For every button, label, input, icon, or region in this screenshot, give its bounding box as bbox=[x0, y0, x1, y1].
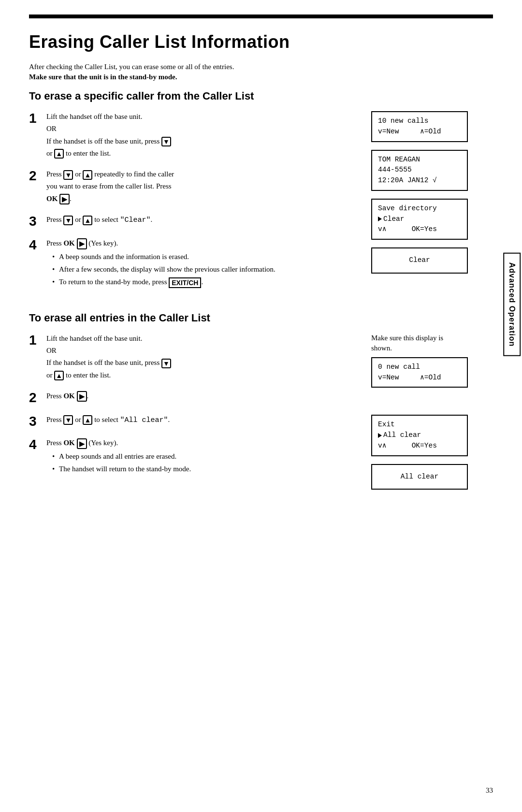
step-2-4: 4 Press OK ▶ (Yes key). A beep sounds an… bbox=[29, 437, 362, 476]
top-bar bbox=[29, 14, 493, 18]
section2-title: To erase all entries in the Caller List bbox=[29, 312, 493, 324]
step-number: 4 bbox=[29, 238, 46, 253]
step-number: 3 bbox=[29, 214, 46, 229]
ok-btn: ▶ bbox=[59, 194, 70, 204]
step-number: 1 bbox=[29, 333, 46, 348]
step-number: 1 bbox=[29, 111, 46, 126]
up-btn: ▲ bbox=[54, 371, 64, 380]
step-text: Press ▼ or ▲ repeatedly to find the call… bbox=[46, 169, 362, 205]
section2-steps: 1 Lift the handset off the base unit. OR… bbox=[29, 333, 362, 498]
step-2-2: 2 Press OK ▶. bbox=[29, 391, 362, 406]
step-text: Lift the handset off the base unit. OR I… bbox=[46, 333, 362, 382]
display-3: Save directory Clear v∧ OK=Yes bbox=[371, 199, 468, 240]
ok-btn: ▶ bbox=[77, 391, 87, 402]
display-5: 0 new call v=New ∧=Old bbox=[371, 357, 468, 388]
display-6: Exit All clear v∧ OK=Yes bbox=[371, 415, 468, 456]
step-1-1: 1 Lift the handset off the base unit. OR… bbox=[29, 111, 362, 160]
up-btn: ▲ bbox=[83, 415, 92, 425]
down-btn: ▼ bbox=[63, 216, 73, 225]
step-number: 4 bbox=[29, 437, 46, 452]
up-btn: ▲ bbox=[83, 216, 92, 225]
display-sidenote: Make sure this display isshown. bbox=[371, 333, 443, 353]
section2-displays: Make sure this display isshown. 0 new ca… bbox=[362, 333, 493, 498]
down-btn: ▼ bbox=[161, 137, 171, 146]
step-text: Press OK ▶ (Yes key). A beep sounds and … bbox=[46, 437, 362, 476]
ok-btn: ▶ bbox=[77, 438, 87, 449]
down-btn: ▼ bbox=[63, 170, 73, 180]
intro-bold: Make sure that the unit is in the stand-… bbox=[29, 73, 493, 81]
advanced-operation-sidebar: Advanced Operation bbox=[502, 203, 522, 406]
step-2-3: 3 Press ▼ or ▲ to select "All clear". bbox=[29, 414, 362, 429]
step-text: Press ▼ or ▲ to select "Clear". bbox=[46, 214, 362, 227]
section1-title: To erase a specific caller from the Call… bbox=[29, 90, 493, 102]
step-number: 3 bbox=[29, 414, 46, 429]
step-text: Press ▼ or ▲ to select "All clear". bbox=[46, 414, 362, 427]
section1-displays: 10 new calls v=New ∧=Old TOM REAGAN 444-… bbox=[362, 111, 493, 298]
step-2-1: 1 Lift the handset off the base unit. OR… bbox=[29, 333, 362, 382]
sidebar-label: Advanced Operation bbox=[503, 253, 521, 356]
exit-btn: EXIT/CH bbox=[169, 277, 201, 288]
up-btn: ▲ bbox=[83, 170, 92, 180]
down-btn: ▼ bbox=[63, 415, 73, 425]
page-number: 33 bbox=[486, 786, 493, 795]
step-text: Press OK ▶. bbox=[46, 391, 362, 403]
section1-steps: 1 Lift the handset off the base unit. OR… bbox=[29, 111, 362, 298]
ok-btn: ▶ bbox=[77, 238, 87, 249]
display-2: TOM REAGAN 444-5555 12:20A JAN12 √ bbox=[371, 150, 468, 191]
down-btn: ▼ bbox=[161, 359, 171, 368]
intro-text: After checking the Caller List, you can … bbox=[29, 63, 493, 71]
step-number: 2 bbox=[29, 169, 46, 184]
display-7: All clear bbox=[371, 464, 468, 490]
bullet-list: A beep sounds and all entries are erased… bbox=[46, 451, 362, 475]
bullet-list: A beep sounds and the information is era… bbox=[46, 251, 362, 288]
display-1: 10 new calls v=New ∧=Old bbox=[371, 111, 468, 142]
section-divider: To erase all entries in the Caller List bbox=[29, 312, 493, 324]
page: Erasing Caller List Information After ch… bbox=[0, 0, 522, 812]
section2-content: 1 Lift the handset off the base unit. OR… bbox=[29, 333, 493, 498]
step-1-2: 2 Press ▼ or ▲ repeatedly to find the ca… bbox=[29, 169, 362, 205]
step-text: Lift the handset off the base unit. OR I… bbox=[46, 111, 362, 160]
page-title: Erasing Caller List Information bbox=[29, 32, 493, 52]
step-text: Press OK ▶ (Yes key). A beep sounds and … bbox=[46, 238, 362, 290]
step-1-3: 3 Press ▼ or ▲ to select "Clear". bbox=[29, 214, 362, 229]
step-1-4: 4 Press OK ▶ (Yes key). A beep sounds an… bbox=[29, 238, 362, 290]
display-4: Clear bbox=[371, 247, 468, 274]
up-btn: ▲ bbox=[54, 149, 64, 159]
section1-content: 1 Lift the handset off the base unit. OR… bbox=[29, 111, 493, 298]
step-number: 2 bbox=[29, 391, 46, 406]
